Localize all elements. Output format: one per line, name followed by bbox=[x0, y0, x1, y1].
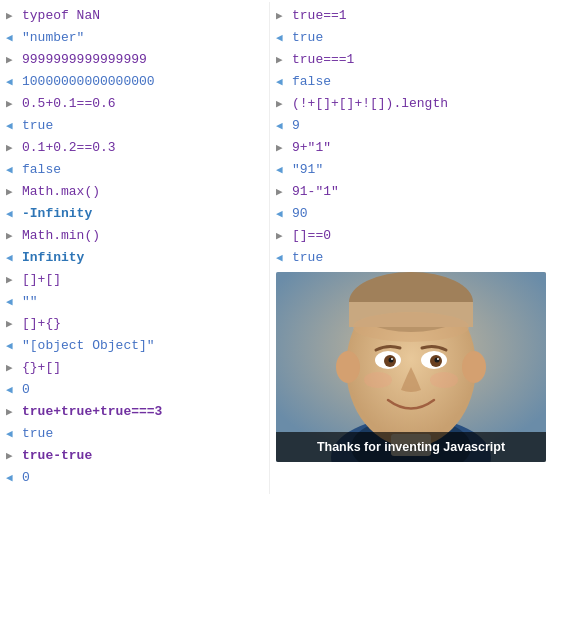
output-arrow: ◀ bbox=[6, 206, 18, 224]
code-text: 10000000000000000 bbox=[22, 72, 155, 93]
code-input-line: ▶true+true+true===3 bbox=[6, 402, 263, 424]
left-column: ▶typeof NaN◀"number"▶9999999999999999◀10… bbox=[0, 2, 270, 494]
code-text: []==0 bbox=[292, 226, 331, 247]
code-text: 91-"1" bbox=[292, 182, 339, 203]
meme-image: SCOTT Thanks for inventing Javascript bbox=[276, 272, 546, 462]
code-input-line: ▶Math.min() bbox=[6, 226, 263, 248]
input-arrow: ▶ bbox=[276, 8, 288, 26]
output-arrow: ◀ bbox=[276, 206, 288, 224]
code-text: true bbox=[22, 116, 53, 137]
code-output-line: ◀90 bbox=[276, 204, 558, 226]
input-arrow: ▶ bbox=[276, 184, 288, 202]
code-input-line: ▶[]==0 bbox=[276, 226, 558, 248]
code-input-line: ▶9999999999999999 bbox=[6, 50, 263, 72]
input-arrow: ▶ bbox=[6, 360, 18, 378]
output-arrow: ◀ bbox=[6, 426, 18, 444]
code-text: 0.1+0.2==0.3 bbox=[22, 138, 116, 159]
svg-point-18 bbox=[364, 372, 392, 388]
code-text: true bbox=[292, 248, 323, 269]
code-input-line: ▶typeof NaN bbox=[6, 6, 263, 28]
svg-point-6 bbox=[462, 351, 486, 383]
svg-text:Thanks for inventing Javascrip: Thanks for inventing Javascript bbox=[317, 440, 506, 454]
code-text: typeof NaN bbox=[22, 6, 100, 27]
code-output-line: ◀"number" bbox=[6, 28, 263, 50]
svg-point-5 bbox=[336, 351, 360, 383]
output-arrow: ◀ bbox=[6, 30, 18, 48]
code-text: 0 bbox=[22, 468, 30, 489]
input-arrow: ▶ bbox=[6, 316, 18, 334]
svg-point-19 bbox=[430, 372, 458, 388]
code-output-line: ◀"" bbox=[6, 292, 263, 314]
main-container: ▶typeof NaN◀"number"▶9999999999999999◀10… bbox=[0, 0, 564, 494]
code-text: true==1 bbox=[292, 6, 347, 27]
code-text: "number" bbox=[22, 28, 84, 49]
code-input-line: ▶0.5+0.1==0.6 bbox=[6, 94, 263, 116]
svg-point-9 bbox=[353, 312, 469, 342]
input-arrow: ▶ bbox=[6, 52, 18, 70]
code-output-line: ◀true bbox=[276, 248, 558, 270]
svg-point-14 bbox=[389, 358, 394, 363]
code-output-line: ◀Infinity bbox=[6, 248, 263, 270]
input-arrow: ▶ bbox=[276, 52, 288, 70]
code-text: false bbox=[22, 160, 61, 181]
output-arrow: ◀ bbox=[6, 470, 18, 488]
code-text: true===1 bbox=[292, 50, 354, 71]
code-output-line: ◀"91" bbox=[276, 160, 558, 182]
code-text: Math.max() bbox=[22, 182, 100, 203]
code-text: 0.5+0.1==0.6 bbox=[22, 94, 116, 115]
meme-image-container: SCOTT Thanks for inventing Javascript bbox=[276, 272, 558, 462]
code-text: {}+[] bbox=[22, 358, 61, 379]
input-arrow: ▶ bbox=[276, 140, 288, 158]
input-arrow: ▶ bbox=[6, 404, 18, 422]
output-arrow: ◀ bbox=[6, 338, 18, 356]
svg-point-16 bbox=[391, 358, 393, 360]
code-output-line: ◀-Infinity bbox=[6, 204, 263, 226]
code-output-line: ◀true bbox=[6, 116, 263, 138]
code-input-line: ▶[]+[] bbox=[6, 270, 263, 292]
code-input-line: ▶0.1+0.2==0.3 bbox=[6, 138, 263, 160]
code-input-line: ▶{}+[] bbox=[6, 358, 263, 380]
code-output-line: ◀10000000000000000 bbox=[6, 72, 263, 94]
code-output-line: ◀false bbox=[276, 72, 558, 94]
output-arrow: ◀ bbox=[6, 118, 18, 136]
code-input-line: ▶true-true bbox=[6, 446, 263, 468]
code-text: "" bbox=[22, 292, 38, 313]
input-arrow: ▶ bbox=[6, 448, 18, 466]
output-arrow: ◀ bbox=[276, 74, 288, 92]
code-text: []+[] bbox=[22, 270, 61, 291]
output-arrow: ◀ bbox=[6, 250, 18, 268]
code-input-line: ▶Math.max() bbox=[6, 182, 263, 204]
right-column: ▶true==1◀true▶true===1◀false▶(!+[]+[]+![… bbox=[270, 2, 564, 494]
input-arrow: ▶ bbox=[276, 96, 288, 114]
code-text: 90 bbox=[292, 204, 308, 225]
output-arrow: ◀ bbox=[276, 118, 288, 136]
svg-point-15 bbox=[435, 358, 440, 363]
code-text: 0 bbox=[22, 380, 30, 401]
code-output-line: ◀9 bbox=[276, 116, 558, 138]
code-text: []+{} bbox=[22, 314, 61, 335]
code-text: 9 bbox=[292, 116, 300, 137]
code-output-line: ◀0 bbox=[6, 380, 263, 402]
output-arrow: ◀ bbox=[276, 250, 288, 268]
code-input-line: ▶9+"1" bbox=[276, 138, 558, 160]
code-text: false bbox=[292, 72, 331, 93]
input-arrow: ▶ bbox=[6, 8, 18, 26]
code-output-line: ◀"[object Object]" bbox=[6, 336, 263, 358]
input-arrow: ▶ bbox=[6, 184, 18, 202]
code-text: true-true bbox=[22, 446, 92, 467]
code-text: true bbox=[22, 424, 53, 445]
input-arrow: ▶ bbox=[6, 140, 18, 158]
output-arrow: ◀ bbox=[276, 30, 288, 48]
output-arrow: ◀ bbox=[6, 382, 18, 400]
code-input-line: ▶true==1 bbox=[276, 6, 558, 28]
svg-point-17 bbox=[437, 358, 439, 360]
code-output-line: ◀true bbox=[6, 424, 263, 446]
output-arrow: ◀ bbox=[276, 162, 288, 180]
input-arrow: ▶ bbox=[6, 96, 18, 114]
code-text: 9+"1" bbox=[292, 138, 331, 159]
code-text: Infinity bbox=[22, 248, 84, 269]
code-input-line: ▶true===1 bbox=[276, 50, 558, 72]
code-text: true+true+true===3 bbox=[22, 402, 162, 423]
output-arrow: ◀ bbox=[6, 294, 18, 312]
code-output-line: ◀true bbox=[276, 28, 558, 50]
